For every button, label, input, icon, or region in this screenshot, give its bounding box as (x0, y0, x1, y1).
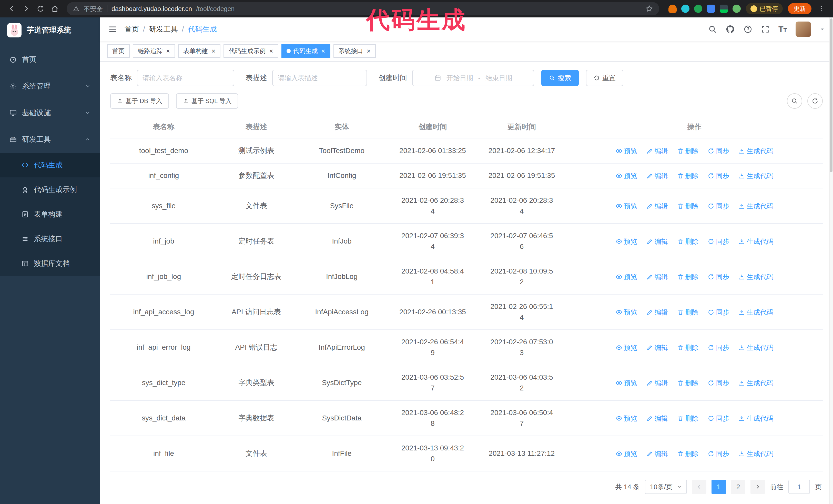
reset-button[interactable]: 重置 (586, 70, 623, 86)
delete-link[interactable]: 删除 (677, 307, 699, 318)
table-name-input[interactable] (137, 70, 234, 86)
close-icon[interactable]: × (211, 48, 215, 54)
preview-link[interactable]: 预览 (616, 342, 637, 353)
generate-code-link[interactable]: 生成代码 (738, 170, 773, 181)
sync-link[interactable]: 同步 (708, 378, 729, 388)
preview-link[interactable]: 预览 (616, 413, 637, 424)
github-icon[interactable] (725, 25, 735, 34)
sync-link[interactable]: 同步 (708, 342, 729, 353)
bookmark-star-icon[interactable] (645, 5, 653, 13)
generate-code-link[interactable]: 生成代码 (738, 201, 773, 212)
edit-link[interactable]: 编辑 (646, 307, 668, 318)
toggle-search-button[interactable] (787, 93, 802, 109)
goto-page-input[interactable] (788, 480, 810, 494)
generate-code-link[interactable]: 生成代码 (738, 271, 773, 282)
import-db-button[interactable]: 基于 DB 导入 (110, 93, 169, 109)
tab-api[interactable]: 系统接口× (333, 44, 376, 58)
search-icon[interactable] (708, 25, 717, 33)
edit-link[interactable]: 编辑 (646, 236, 668, 247)
sync-link[interactable]: 同步 (708, 448, 729, 459)
sidebar-item-home[interactable]: 首页 (0, 46, 100, 73)
extension-icon[interactable] (668, 5, 677, 13)
font-size-icon[interactable]: TT (779, 25, 787, 34)
generate-code-link[interactable]: 生成代码 (738, 307, 773, 318)
tab-trace[interactable]: 链路追踪× (133, 44, 175, 58)
preview-link[interactable]: 预览 (616, 448, 637, 459)
page-size-select[interactable]: 10条/页 (645, 480, 687, 494)
preview-link[interactable]: 预览 (616, 170, 637, 181)
extension-icon[interactable] (681, 5, 689, 13)
address-bar[interactable]: 不安全 dashboard.yudao.iocoder.cn /tool/cod… (67, 2, 659, 16)
delete-link[interactable]: 删除 (677, 146, 699, 157)
close-icon[interactable]: × (269, 48, 273, 54)
extension-icon[interactable] (694, 5, 702, 13)
preview-link[interactable]: 预览 (616, 201, 637, 212)
sidebar-item-codegen[interactable]: 代码生成 (0, 153, 100, 177)
back-icon[interactable] (5, 2, 19, 16)
tab-codegen-example[interactable]: 代码生成示例× (223, 44, 278, 58)
sync-link[interactable]: 同步 (708, 146, 729, 157)
generate-code-link[interactable]: 生成代码 (738, 378, 773, 388)
extension-icon[interactable] (733, 5, 741, 13)
delete-link[interactable]: 删除 (677, 448, 699, 459)
extension-icon[interactable] (707, 5, 715, 13)
tab-form-builder[interactable]: 表单构建× (178, 44, 220, 58)
generate-code-link[interactable]: 生成代码 (738, 342, 773, 353)
sync-link[interactable]: 同步 (708, 201, 729, 212)
date-range-picker[interactable]: 开始日期 - 结束日期 (412, 70, 534, 86)
user-avatar[interactable] (795, 22, 811, 37)
delete-link[interactable]: 删除 (677, 236, 699, 247)
update-browser-button[interactable]: 更新 (788, 3, 811, 14)
generate-code-link[interactable]: 生成代码 (738, 146, 773, 157)
import-sql-button[interactable]: 基于 SQL 导入 (176, 93, 238, 109)
reload-icon[interactable] (34, 2, 47, 16)
page-button-2[interactable]: 2 (731, 480, 745, 494)
generate-code-link[interactable]: 生成代码 (738, 236, 773, 247)
sync-link[interactable]: 同步 (708, 170, 729, 181)
edit-link[interactable]: 编辑 (646, 413, 668, 424)
delete-link[interactable]: 删除 (677, 378, 699, 388)
help-icon[interactable] (743, 25, 752, 33)
sidebar-toggle-icon[interactable] (108, 25, 117, 34)
breadcrumb-devtools[interactable]: 研发工具 (149, 24, 178, 34)
refresh-table-button[interactable] (807, 93, 823, 109)
forward-icon[interactable] (20, 2, 33, 16)
edit-link[interactable]: 编辑 (646, 170, 668, 181)
preview-link[interactable]: 预览 (616, 271, 637, 282)
sync-link[interactable]: 同步 (708, 307, 729, 318)
page-button-1[interactable]: 1 (712, 480, 726, 494)
generate-code-link[interactable]: 生成代码 (738, 413, 773, 424)
sync-link[interactable]: 同步 (708, 236, 729, 247)
user-menu-caret-icon[interactable] (820, 27, 825, 32)
delete-link[interactable]: 删除 (677, 342, 699, 353)
preview-link[interactable]: 预览 (616, 307, 637, 318)
tab-home[interactable]: 首页 (107, 44, 130, 58)
sidebar-item-codegen-example[interactable]: 代码生成示例 (0, 177, 100, 202)
close-icon[interactable]: × (322, 48, 325, 54)
edit-link[interactable]: 编辑 (646, 448, 668, 459)
breadcrumb-home[interactable]: 首页 (124, 24, 139, 34)
sync-link[interactable]: 同步 (708, 271, 729, 282)
edit-link[interactable]: 编辑 (646, 378, 668, 388)
table-desc-input[interactable] (272, 70, 367, 86)
edit-link[interactable]: 编辑 (646, 201, 668, 212)
delete-link[interactable]: 删除 (677, 413, 699, 424)
sidebar-item-api[interactable]: 系统接口 (0, 226, 100, 251)
delete-link[interactable]: 删除 (677, 201, 699, 212)
preview-link[interactable]: 预览 (616, 236, 637, 247)
fullscreen-icon[interactable] (761, 25, 770, 33)
edit-link[interactable]: 编辑 (646, 271, 668, 282)
delete-link[interactable]: 删除 (677, 170, 699, 181)
preview-link[interactable]: 预览 (616, 378, 637, 388)
edit-link[interactable]: 编辑 (646, 146, 668, 157)
close-icon[interactable]: × (166, 48, 170, 54)
extension-icon[interactable] (720, 5, 728, 13)
sync-link[interactable]: 同步 (708, 413, 729, 424)
delete-link[interactable]: 删除 (677, 271, 699, 282)
preview-link[interactable]: 预览 (616, 146, 637, 157)
generate-code-link[interactable]: 生成代码 (738, 448, 773, 459)
search-button[interactable]: 搜索 (541, 70, 579, 86)
next-page-button[interactable] (751, 480, 765, 494)
browser-menu-icon[interactable] (814, 2, 828, 16)
tab-codegen[interactable]: 代码生成× (281, 44, 330, 58)
